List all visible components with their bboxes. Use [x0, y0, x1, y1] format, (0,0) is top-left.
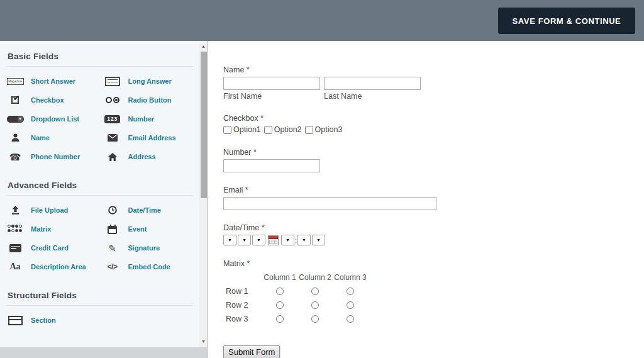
short-answer-icon-text: Magazine: [8, 79, 22, 83]
short-answer-icon: Magazine: [4, 78, 26, 85]
sidebar-item-radio-button[interactable]: Radio Button: [101, 91, 199, 109]
month-select[interactable]: ▼: [223, 235, 236, 245]
sidebar-item-label: Signature: [128, 244, 160, 252]
option1-checkbox[interactable]: [223, 126, 231, 134]
matrix-table: Column 1 Column 2 Column 3 Row 1 Row 2 R…: [223, 271, 644, 326]
option1-label: Option1: [233, 125, 261, 134]
matrix-radio-r3c3[interactable]: [347, 315, 354, 323]
option3-label: Option3: [315, 125, 343, 134]
matrix-field-label: Matrix *: [223, 259, 644, 268]
matrix-field: Matrix * Column 1 Column 2 Column 3 Row …: [223, 259, 644, 326]
sidebar-item-email-address[interactable]: Email Address: [101, 128, 199, 147]
sidebar-item-label: Embed Code: [128, 263, 170, 271]
matrix-radio-r3c1[interactable]: [276, 315, 284, 323]
sidebar-item-date-time[interactable]: Date/Time: [101, 201, 199, 220]
option2-checkbox[interactable]: [264, 126, 272, 134]
person-icon: [4, 133, 26, 142]
sidebar-item-label: Dropdown List: [31, 115, 79, 123]
name-field-label: Name *: [223, 65, 644, 74]
time-separator: :: [295, 237, 297, 244]
sidebar-item-dropdown-list[interactable]: ▼ Dropdown List: [4, 109, 101, 128]
matrix-radio-r1c1[interactable]: [276, 288, 284, 295]
sidebar-item-label: Radio Button: [128, 96, 172, 104]
checkbox-field: Checkbox * Option1 Option2 Option3: [223, 114, 644, 134]
basic-fields-grid: Magazine Short Answer Long Answer Checkb…: [0, 67, 199, 170]
minute-select[interactable]: ▼: [297, 235, 311, 245]
last-name-input[interactable]: [324, 77, 421, 90]
sidebar-item-label: Address: [128, 153, 156, 160]
number-icon: 123: [101, 115, 124, 123]
number-input[interactable]: [223, 159, 320, 172]
section-icon: [4, 316, 26, 325]
section-title-structural-fields: Structural Fields: [0, 280, 199, 305]
sidebar-item-label: Event: [128, 225, 147, 233]
checkbox-icon: [4, 96, 26, 104]
first-name-input[interactable]: [223, 77, 320, 90]
sidebar-item-file-upload[interactable]: File Upload: [4, 201, 101, 220]
sidebar-item-label: Section: [31, 316, 56, 324]
datetime-field: Date/Time * ▼ ▼ ▼ ▼ : ▼ ▼: [223, 223, 644, 245]
sidebar-item-address[interactable]: Address: [101, 147, 199, 166]
email-field: Email *: [223, 186, 644, 210]
sidebar-item-short-answer[interactable]: Magazine Short Answer: [4, 72, 101, 91]
sidebar-item-name[interactable]: Name: [4, 128, 101, 147]
dropdown-list-icon: ▼: [4, 116, 26, 123]
sidebar-item-label: Long Answer: [128, 77, 172, 85]
section-title-advanced-fields: Advanced Fields: [0, 170, 199, 195]
sidebar-item-checkbox[interactable]: Checkbox: [4, 91, 101, 109]
sidebar-item-number[interactable]: 123 Number: [101, 109, 199, 128]
matrix-radio-r2c2[interactable]: [311, 301, 319, 309]
hour-select[interactable]: ▼: [281, 235, 294, 245]
calendar-icon: [101, 225, 124, 234]
sidebar-item-label: File Upload: [31, 206, 68, 214]
envelope-icon: [101, 134, 124, 142]
sidebar-item-label: Number: [128, 115, 155, 123]
radio-button-icon: [101, 97, 124, 103]
scrollbar-up-arrow[interactable]: ▲: [199, 42, 208, 51]
submit-form-button[interactable]: Submit Form: [223, 345, 280, 358]
ampm-select[interactable]: ▼: [312, 235, 325, 245]
sidebar-item-event[interactable]: Event: [101, 220, 199, 238]
matrix-radio-r1c2[interactable]: [311, 288, 319, 295]
year-select[interactable]: ▼: [252, 235, 265, 245]
matrix-row-label: Row 1: [223, 284, 262, 298]
matrix-grid-icon: [4, 225, 26, 233]
matrix-row-label: Row 3: [223, 312, 262, 326]
app-header: SAVE FORM & CONTINUE: [0, 0, 644, 41]
date-picker-calendar-icon[interactable]: [268, 235, 279, 245]
datetime-field-label: Date/Time *: [223, 223, 644, 232]
content-area: Basic Fields Magazine Short Answer Long …: [0, 41, 644, 358]
save-form-button[interactable]: SAVE FORM & CONTINUE: [498, 8, 635, 34]
sidebar-item-label: Name: [31, 134, 50, 142]
matrix-column-header: Column 2: [297, 271, 333, 284]
sidebar-item-embed-code[interactable]: </> Embed Code: [101, 257, 199, 276]
matrix-radio-r1c3[interactable]: [347, 288, 354, 295]
sidebar-item-section[interactable]: Section: [4, 311, 101, 330]
sidebar-item-label: Credit Card: [31, 244, 69, 252]
sidebar-item-phone-number[interactable]: ☎ Phone Number: [4, 147, 101, 166]
matrix-radio-r2c1[interactable]: [276, 301, 284, 309]
pen-icon: ✎: [101, 243, 124, 253]
matrix-radio-r2c3[interactable]: [347, 301, 354, 309]
section-title-basic-fields: Basic Fields: [0, 41, 199, 66]
sidebar-item-signature[interactable]: ✎ Signature: [101, 238, 199, 257]
day-select[interactable]: ▼: [238, 235, 251, 245]
matrix-radio-r3c2[interactable]: [311, 315, 319, 323]
phone-icon: ☎: [4, 152, 26, 162]
sidebar-scrollbar[interactable]: ▲ ▼: [199, 41, 208, 347]
form-preview-pane: Name * First Name Last Name Checkbox * O…: [208, 41, 644, 358]
scrollbar-thumb[interactable]: [201, 52, 207, 198]
option3-checkbox[interactable]: [305, 126, 313, 134]
matrix-column-header: Column 3: [333, 271, 368, 284]
sidebar-item-matrix[interactable]: Matrix: [4, 220, 101, 238]
sidebar-item-description-area[interactable]: Aa Description Area: [4, 257, 101, 276]
sidebar-item-long-answer[interactable]: Long Answer: [101, 72, 199, 91]
structural-fields-grid: Section: [0, 306, 199, 333]
email-input[interactable]: [223, 197, 436, 210]
embed-code-icon: </>: [101, 262, 124, 271]
scrollbar-down-arrow[interactable]: ▼: [199, 337, 208, 346]
house-icon: [101, 153, 124, 161]
sidebar-item-credit-card[interactable]: Credit Card: [4, 238, 101, 257]
matrix-column-header: Column 1: [262, 271, 297, 284]
email-field-label: Email *: [223, 186, 644, 194]
